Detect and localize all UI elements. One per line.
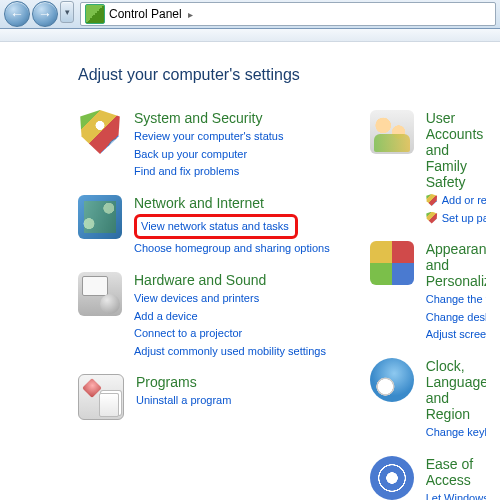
category-title[interactable]: System and Security	[134, 110, 283, 126]
clock-icon	[370, 358, 414, 402]
control-panel-icon	[85, 4, 105, 24]
category-group: Hardware and SoundView devices and print…	[78, 272, 330, 360]
category-title[interactable]: Ease of Access	[426, 456, 486, 488]
category-group: Appearance and PersonalizationChange the…	[370, 241, 486, 344]
toolbar	[0, 29, 500, 42]
category-link[interactable]: Adjust commonly used mobility settings	[134, 343, 326, 361]
category-group: Network and InternetView network status …	[78, 195, 330, 258]
category-link[interactable]: Find and fix problems	[134, 163, 283, 181]
category-link[interactable]: Connect to a projector	[134, 325, 326, 343]
category-link[interactable]: Change keyboards or other input methods	[426, 424, 486, 442]
category-link[interactable]: Add or remove user accounts	[426, 192, 486, 210]
hw-icon	[78, 272, 122, 316]
category-link[interactable]: Back up your computer	[134, 146, 283, 164]
category-link[interactable]: Change desktop background	[426, 309, 486, 327]
category-title[interactable]: Programs	[136, 374, 231, 390]
category-link[interactable]: Add a device	[134, 308, 326, 326]
category-link[interactable]: Choose homegroup and sharing options	[134, 240, 330, 258]
category-link[interactable]: Review your computer's status	[134, 128, 283, 146]
content: Adjust your computer's settings System a…	[0, 42, 500, 500]
category-group: Clock, Language, and RegionChange keyboa…	[370, 358, 486, 442]
titlebar: ← → ▾ Control Panel ▸	[0, 0, 500, 29]
category-title[interactable]: Clock, Language, and Region	[426, 358, 486, 422]
shield-icon	[78, 110, 122, 154]
nav-buttons: ← → ▾	[4, 1, 74, 27]
category-title[interactable]: User Accounts and Family Safety	[426, 110, 486, 190]
category-body: User Accounts and Family SafetyAdd or re…	[426, 110, 486, 227]
category-body: System and SecurityReview your computer'…	[134, 110, 283, 181]
category-link[interactable]: Adjust screen resolution	[426, 326, 486, 344]
shield-icon	[426, 212, 438, 224]
categories-left: System and SecurityReview your computer'…	[78, 110, 330, 500]
category-link[interactable]: Let Windows suggest settings	[426, 490, 486, 500]
category-link[interactable]: View network status and tasks	[141, 218, 289, 236]
category-body: Appearance and PersonalizationChange the…	[426, 241, 486, 344]
category-group: Ease of AccessLet Windows suggest settin…	[370, 456, 486, 500]
prog-icon	[78, 374, 124, 420]
category-link[interactable]: Uninstall a program	[136, 392, 231, 410]
nav-history-dropdown[interactable]: ▾	[60, 1, 74, 23]
address-bar[interactable]: Control Panel ▸	[80, 2, 496, 26]
net-icon	[78, 195, 122, 239]
categories-right: User Accounts and Family SafetyAdd or re…	[370, 110, 486, 500]
category-title[interactable]: Network and Internet	[134, 195, 330, 211]
ease-icon	[370, 456, 414, 500]
category-link[interactable]: Set up parental controls for any user	[426, 210, 486, 228]
category-group: System and SecurityReview your computer'…	[78, 110, 330, 181]
category-group: User Accounts and Family SafetyAdd or re…	[370, 110, 486, 227]
page-title: Adjust your computer's settings	[78, 66, 500, 84]
category-body: Hardware and SoundView devices and print…	[134, 272, 326, 360]
back-button[interactable]: ←	[4, 1, 30, 27]
category-body: Network and InternetView network status …	[134, 195, 330, 258]
breadcrumb-location[interactable]: Control Panel	[109, 7, 182, 21]
category-body: Clock, Language, and RegionChange keyboa…	[426, 358, 486, 442]
highlighted-link: View network status and tasks	[134, 214, 298, 240]
category-title[interactable]: Appearance and Personalization	[426, 241, 486, 289]
category-group: ProgramsUninstall a program	[78, 374, 330, 420]
category-link[interactable]: View devices and printers	[134, 290, 326, 308]
shield-icon	[426, 194, 438, 206]
forward-button[interactable]: →	[32, 1, 58, 27]
app-icon	[370, 241, 414, 285]
users-icon	[370, 110, 414, 154]
category-title[interactable]: Hardware and Sound	[134, 272, 326, 288]
breadcrumb-separator-icon[interactable]: ▸	[188, 9, 193, 20]
category-body: ProgramsUninstall a program	[136, 374, 231, 410]
category-body: Ease of AccessLet Windows suggest settin…	[426, 456, 486, 500]
category-link[interactable]: Change the theme	[426, 291, 486, 309]
